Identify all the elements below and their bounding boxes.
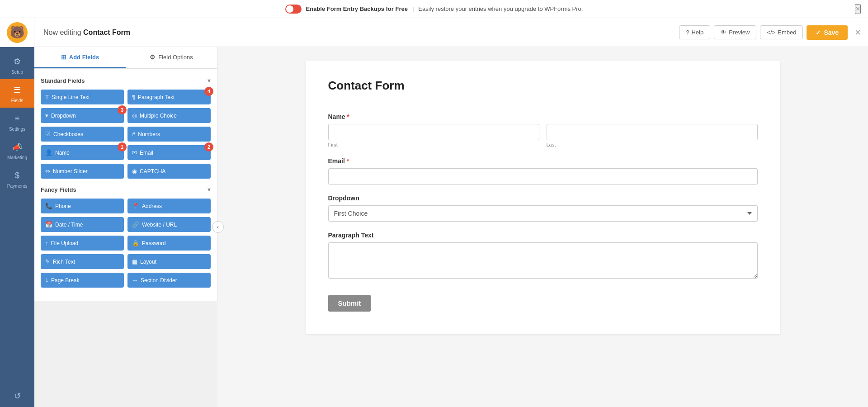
preview-label: Preview	[729, 29, 750, 36]
name-last-input[interactable]	[547, 124, 758, 140]
field-btn-email[interactable]: ✉ Email 2	[127, 145, 211, 160]
field-btn-page-break[interactable]: ⤵ Page Break	[41, 273, 124, 288]
captcha-label: CAPTCHA	[140, 168, 165, 175]
settings-icon: ≡	[11, 112, 24, 125]
field-options-tab-icon: ⚙	[150, 53, 156, 61]
email-label: Email	[140, 150, 153, 156]
numbers-label: Numbers	[138, 131, 160, 137]
add-fields-tab-label: Add Fields	[69, 54, 99, 61]
checkboxes-label: Checkboxes	[53, 131, 83, 137]
phone-label: Phone	[55, 203, 71, 209]
help-label: Help	[691, 29, 703, 36]
field-btn-address[interactable]: 📍 Address	[127, 199, 211, 213]
name-field-label: Name *	[328, 113, 758, 120]
email-badge: 2	[204, 142, 213, 151]
name-required-star: *	[347, 113, 349, 120]
field-btn-password[interactable]: 🔒 Password	[127, 236, 211, 251]
field-btn-section-divider[interactable]: ↔ Section Divider	[127, 273, 211, 288]
name-row: First Last	[328, 124, 758, 147]
website-url-label: Website / URL	[142, 222, 177, 228]
standard-fields-chevron[interactable]: ▾	[208, 77, 211, 84]
paragraph-text-field-label: Paragraph Text	[328, 232, 758, 239]
field-btn-website-url[interactable]: 🔗 Website / URL	[127, 217, 211, 232]
form-title: Contact Form	[328, 79, 758, 102]
multiple-choice-icon: ◎	[132, 112, 137, 119]
field-btn-checkboxes[interactable]: ☑ Checkboxes	[41, 127, 124, 142]
header-actions: ? Help 👁 Preview </> Embed ✓ Save ×	[679, 25, 861, 40]
address-icon: 📍	[132, 203, 139, 209]
field-btn-phone[interactable]: 📞 Phone	[41, 199, 124, 213]
setup-icon: ⚙	[11, 55, 24, 68]
fancy-fields-chevron[interactable]: ▾	[208, 186, 211, 193]
banner-separator: |	[412, 5, 414, 12]
form-name: Contact Form	[83, 28, 130, 36]
field-btn-single-line-text[interactable]: T Single Line Text	[41, 90, 124, 104]
field-btn-date-time[interactable]: 📅 Date / Time	[41, 217, 124, 232]
single-line-text-label: Single Line Text	[52, 94, 90, 100]
field-btn-rich-text[interactable]: ✎ Rich Text	[41, 254, 124, 269]
tab-add-fields[interactable]: ⊞ Add Fields	[34, 47, 126, 68]
tab-field-options[interactable]: ⚙ Field Options	[126, 47, 217, 68]
field-btn-numbers[interactable]: # Numbers	[127, 127, 211, 142]
field-btn-dropdown[interactable]: ▾ Dropdown 3	[41, 108, 124, 123]
page-break-label: Page Break	[51, 277, 80, 284]
field-btn-multiple-choice[interactable]: ◎ Multiple Choice	[127, 108, 211, 123]
panel-collapse-button[interactable]: ‹	[212, 221, 224, 233]
dropdown-icon: ▾	[45, 112, 48, 119]
email-field-group: Email *	[328, 157, 758, 185]
sidebar-item-settings[interactable]: ≡ Settings	[0, 108, 34, 136]
sidebar-item-undo[interactable]: ↺	[0, 385, 34, 407]
standard-fields-title: Standard Fields	[41, 77, 85, 84]
address-label: Address	[142, 203, 162, 209]
paragraph-text-label: Paragraph Text	[138, 94, 175, 100]
help-button[interactable]: ? Help	[679, 25, 710, 39]
field-btn-file-upload[interactable]: ↑ File Upload	[41, 236, 124, 251]
preview-button[interactable]: 👁 Preview	[714, 25, 756, 39]
dropdown-field-label: Dropdown	[328, 194, 758, 202]
save-button[interactable]: ✓ Save	[807, 25, 848, 40]
panel-tabs: ⊞ Add Fields ⚙ Field Options	[34, 47, 217, 69]
sidebar-item-setup[interactable]: ⚙ Setup	[0, 51, 34, 79]
embed-button[interactable]: </> Embed	[760, 25, 803, 39]
field-btn-layout[interactable]: ▦ Layout	[127, 254, 211, 269]
field-btn-captcha[interactable]: ◉ CAPTCHA	[127, 164, 211, 179]
website-url-icon: 🔗	[132, 221, 139, 228]
sidebar-item-marketing[interactable]: 📣 Marketing	[0, 136, 34, 165]
dropdown-select[interactable]: First Choice	[328, 205, 758, 222]
email-input[interactable]	[328, 168, 758, 185]
fields-panel-wrapper: ⊞ Add Fields ⚙ Field Options Standard Fi…	[34, 47, 217, 407]
dropdown-label: Dropdown	[51, 113, 76, 119]
numbers-icon: #	[132, 131, 135, 137]
preview-icon: 👁	[721, 29, 726, 36]
paragraph-text-field-group: Paragraph Text	[328, 232, 758, 280]
backup-toggle[interactable]	[285, 5, 302, 14]
file-upload-icon: ↑	[45, 240, 48, 246]
help-icon: ?	[686, 29, 689, 36]
undo-icon: ↺	[11, 390, 24, 402]
panel-content: Standard Fields ▾ T Single Line Text ¶ P…	[34, 69, 217, 301]
checkboxes-icon: ☑	[45, 131, 51, 137]
header-title: Now editing Contact Form	[34, 28, 679, 37]
standard-fields-section-header: Standard Fields ▾	[41, 77, 211, 84]
logo-bear-icon: 🐻	[7, 22, 28, 43]
name-badge: 1	[118, 142, 127, 151]
close-button[interactable]: ×	[855, 27, 861, 38]
paragraph-text-badge: 4	[204, 87, 213, 96]
sidebar-item-payments[interactable]: $ Payments	[0, 165, 34, 193]
logo: 🐻	[0, 18, 34, 47]
multiple-choice-label: Multiple Choice	[140, 113, 177, 119]
banner-close-button[interactable]: ×	[855, 4, 861, 14]
name-last-col: Last	[547, 124, 758, 147]
name-field-group: Name * First Last	[328, 113, 758, 147]
field-btn-name[interactable]: 👤 Name 1	[41, 145, 124, 160]
form-card: Contact Form Name * First Last	[306, 61, 780, 334]
paragraph-text-textarea[interactable]	[328, 242, 758, 279]
field-btn-number-slider[interactable]: ⇔ Number Slider	[41, 164, 124, 179]
email-icon: ✉	[132, 149, 137, 156]
field-btn-paragraph-text[interactable]: ¶ Paragraph Text 4	[127, 90, 211, 104]
fancy-fields-grid: 📞 Phone 📍 Address 📅 Date / Time 🔗 Websit…	[41, 199, 211, 288]
layout-icon: ▦	[132, 258, 137, 265]
sidebar-item-fields[interactable]: ☰ Fields	[0, 79, 34, 108]
submit-button[interactable]: Submit	[328, 295, 371, 312]
name-first-input[interactable]	[328, 124, 539, 140]
